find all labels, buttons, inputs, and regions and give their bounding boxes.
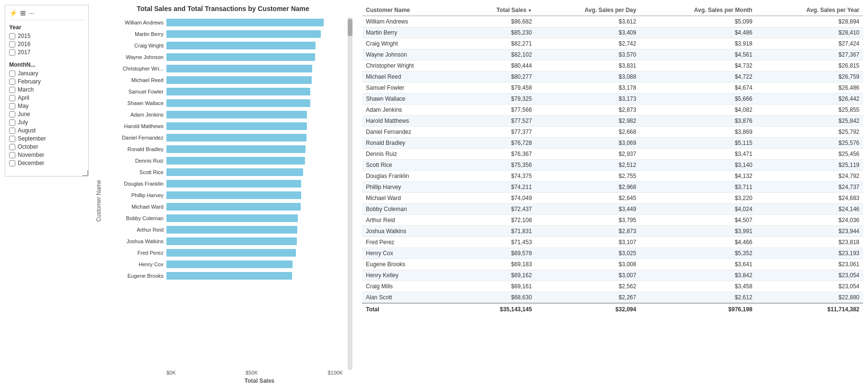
chart-x-axis: $0K$50K$100K	[166, 370, 352, 376]
table-cell-value: $3,876	[640, 116, 756, 127]
month-label-march: March	[18, 86, 34, 93]
table-cell-value: $27,424	[756, 38, 863, 49]
month-checkbox-may[interactable]	[9, 103, 15, 109]
table-cell-value: $77,566	[460, 105, 536, 116]
table-cell-value: $4,486	[640, 27, 756, 38]
table-cell-value: $76,367	[460, 149, 536, 160]
table-cell-value: $2,668	[536, 127, 640, 138]
bar-row: Christopher Wri...	[104, 63, 348, 74]
year-filter-item-2016[interactable]: 2016	[9, 41, 84, 47]
month-checkbox-january[interactable]	[9, 71, 15, 77]
year-filter-item-2015[interactable]: 2015	[9, 33, 84, 39]
month-filter-item-october[interactable]: October	[9, 143, 84, 150]
month-filter-item-april[interactable]: April	[9, 94, 84, 101]
bar-row: Michael Ward	[104, 201, 348, 212]
table-cell-value: $25,842	[756, 116, 863, 127]
bar-row: Ronald Bradley	[104, 144, 348, 154]
table-cell-value: $74,375	[460, 171, 536, 182]
table-cell-value: $4,082	[640, 105, 756, 116]
month-checkbox-march[interactable]	[9, 87, 15, 93]
table-cell-value: $3,007	[536, 270, 640, 281]
table-cell-value: $25,576	[756, 138, 863, 149]
month-checkbox-september[interactable]	[9, 136, 15, 142]
month-filter-item-june[interactable]: June	[9, 111, 84, 118]
table-cell-value: $3,711	[640, 182, 756, 193]
table-section: Customer NameTotal SalesAvg. Sales per D…	[352, 0, 868, 389]
month-label-july: July	[18, 119, 28, 126]
year-filter-item-2017[interactable]: 2017	[9, 49, 84, 56]
table-header-col-3[interactable]: Avg. Sales per Month	[640, 5, 756, 16]
bar-wrapper	[166, 122, 348, 130]
bar-wrapper	[166, 237, 348, 245]
table-row: Arthur Reid$72,108$3,795$4,507$24,036	[362, 215, 863, 226]
year-checkbox-2015[interactable]	[9, 33, 15, 39]
month-checkbox-august[interactable]	[9, 128, 15, 134]
table-cell-value: $3,008	[536, 259, 640, 270]
month-filter-item-november[interactable]: November	[9, 152, 84, 158]
table-cell-value: $23,061	[756, 259, 863, 270]
month-filter-item-july[interactable]: July	[9, 119, 84, 126]
table-header-col-4[interactable]: Avg. Sales per Year	[756, 5, 863, 16]
chart-section: Total Sales and Total Transactions by Cu…	[94, 0, 352, 389]
month-filter-item-january[interactable]: January	[9, 70, 84, 77]
bar-row: William Andrews	[104, 17, 348, 28]
table-cell-name: Douglas Franklin	[362, 171, 460, 182]
table-cell-value: $80,444	[460, 60, 536, 71]
table-cell-name: Eugene Brooks	[362, 259, 460, 270]
chart-x-axis-label: Total Sales	[166, 377, 352, 384]
table-cell-value: $27,367	[756, 49, 863, 60]
month-filter-item-august[interactable]: August	[9, 127, 84, 134]
chart-scrollbar[interactable]	[348, 17, 352, 370]
month-checkbox-november[interactable]	[9, 152, 15, 158]
table-cell-value: $3,140	[640, 160, 756, 171]
bar-row: Harold Matthews	[104, 121, 348, 131]
filter-icon: ⚡	[9, 9, 17, 17]
month-filter-item-march[interactable]: March	[9, 86, 84, 93]
month-label-october: October	[18, 143, 38, 150]
month-checkbox-july[interactable]	[9, 119, 15, 126]
table-cell-value: $2,968	[536, 182, 640, 193]
year-checkbox-2016[interactable]	[9, 41, 15, 47]
table-cell-name: Fred Perez	[362, 237, 460, 248]
month-label-january: January	[18, 70, 38, 77]
bar-label: Shawn Wallace	[104, 100, 166, 106]
table-cell-name: William Andrews	[362, 16, 460, 27]
bar-label: Harold Matthews	[104, 123, 166, 129]
table-row: Martin Berry$85,230$3,409$4,486$28,410	[362, 27, 863, 38]
table-cell-value: $26,815	[756, 60, 863, 71]
x-axis-tick: $100K	[328, 370, 343, 376]
bar-fill	[166, 65, 312, 72]
table-cell-name: Adam Jenkins	[362, 105, 460, 116]
more-icon[interactable]: ···	[29, 9, 35, 17]
bar-wrapper	[166, 180, 348, 188]
month-label-december: December	[18, 160, 44, 166]
table-row: Henry Kelley$69,162$3,007$3,842$23,054	[362, 270, 863, 281]
bar-fill	[166, 30, 321, 38]
month-checkbox-april[interactable]	[9, 95, 15, 101]
month-filter-item-september[interactable]: September	[9, 135, 84, 142]
bar-row: Scott Rice	[104, 167, 348, 177]
table-header-col-2[interactable]: Avg. Sales per Day	[536, 5, 640, 16]
year-checkbox-2017[interactable]	[9, 49, 15, 56]
bar-wrapper	[166, 42, 348, 49]
month-checkbox-february[interactable]	[9, 79, 15, 85]
month-checkbox-october[interactable]	[9, 144, 15, 150]
export-icon[interactable]: ⊞	[20, 9, 26, 17]
table-cell-value: $86,682	[460, 16, 536, 27]
month-filter-item-december[interactable]: December	[9, 160, 84, 166]
bar-label: Phillip Harvey	[104, 192, 166, 198]
month-filter-item-february[interactable]: February	[9, 78, 84, 85]
table-header-sorted[interactable]: Total Sales	[460, 5, 536, 16]
month-filter-item-may[interactable]: May	[9, 103, 84, 109]
table-row: Joshua Watkins$71,831$2,873$3,991$23,944	[362, 226, 863, 237]
month-checkbox-june[interactable]	[9, 111, 15, 118]
table-cell-name: Alan Scott	[362, 292, 460, 304]
bar-label: Arthur Reid	[104, 227, 166, 233]
bar-fill	[166, 249, 296, 257]
month-checkbox-december[interactable]	[9, 160, 15, 166]
chart-scroll-thumb[interactable]	[348, 19, 352, 36]
bar-label: Daniel Fernandez	[104, 135, 166, 141]
table-cell-name: Samuel Fowler	[362, 83, 460, 94]
table-row: Bobby Coleman$72,437$3,449$4,024$24,146	[362, 204, 863, 215]
resize-handle[interactable]	[82, 170, 88, 176]
